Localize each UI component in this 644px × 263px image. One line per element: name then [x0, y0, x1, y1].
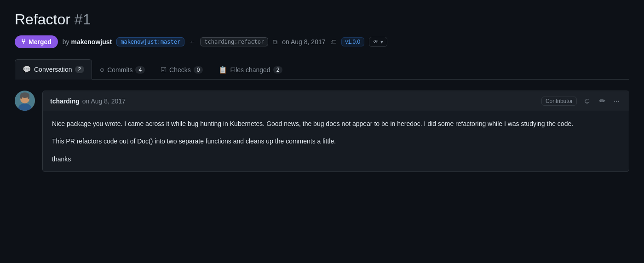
eye-icon: 👁 [373, 39, 379, 45]
tab-commits-count: 4 [135, 66, 145, 74]
tab-files-changed[interactable]: 📋 Files changed 2 [211, 59, 290, 80]
comment-paragraph-3: thanks [52, 154, 620, 164]
target-branch[interactable]: tcharding:refactor [200, 37, 268, 46]
date-text: on Aug 8, 2017 [282, 38, 325, 46]
pr-number: #1 [75, 11, 91, 28]
tab-files-label: Files changed [230, 66, 270, 74]
watch-chevron: ▾ [380, 39, 383, 45]
tab-conversation-count: 2 [75, 66, 85, 73]
tab-checks[interactable]: ☑ Checks 0 [153, 59, 211, 80]
comment-header: tcharding on Aug 8, 2017 Contributor ☺ ✏… [43, 91, 629, 111]
comment-paragraph-1: Nice package you wrote. I came across it… [52, 119, 620, 129]
watch-button[interactable]: 👁 ▾ [369, 37, 387, 47]
copy-icon[interactable]: ⧉ [273, 38, 277, 46]
date-prefix: on [282, 38, 289, 46]
avatar-illustration [15, 91, 35, 111]
pr-title-text: Refactor [15, 11, 70, 28]
pr-tabs: 💬 Conversation 2 ⊙ Commits 4 ☑ Checks 0 … [15, 59, 629, 80]
pr-tag[interactable]: v1.0.0 [341, 37, 365, 46]
comment-body: Nice package you wrote. I came across it… [43, 111, 629, 172]
pr-date: Aug 8, 2017 [291, 38, 326, 46]
comment-paragraph-2: This PR refactors code out of Doc() into… [52, 136, 620, 146]
pr-meta-row: ⑂ Merged by makenowjust makenowjust:mast… [15, 35, 629, 48]
tab-conversation-label: Conversation [34, 66, 72, 73]
tab-checks-count: 0 [194, 66, 203, 74]
checks-icon: ☑ [161, 66, 167, 74]
merged-label: Merged [29, 38, 52, 46]
edit-comment-button[interactable]: ✏ [598, 96, 607, 106]
comment-header-left: tcharding on Aug 8, 2017 [50, 97, 126, 105]
merge-icon: ⑂ [21, 38, 26, 46]
by-text: by [63, 38, 69, 46]
tab-files-count: 2 [273, 66, 283, 74]
pr-author-line: by makenowjust [63, 38, 112, 46]
comment-author[interactable]: tcharding [50, 97, 80, 105]
tab-conversation[interactable]: 💬 Conversation 2 [15, 59, 92, 80]
svg-rect-4 [20, 95, 22, 99]
pr-author: makenowjust [71, 38, 112, 46]
pr-title: Refactor #1 [15, 11, 629, 28]
source-branch[interactable]: makenowjust:master [116, 37, 184, 46]
arrow-icon: ← [189, 38, 196, 46]
emoji-reaction-button[interactable]: ☺ [581, 96, 592, 106]
tab-commits-label: Commits [107, 66, 132, 74]
tab-checks-label: Checks [169, 66, 191, 74]
comment-header-right: Contributor ☺ ✏ ··· [541, 96, 621, 106]
comment-box: tcharding on Aug 8, 2017 Contributor ☺ ✏… [42, 91, 629, 172]
comment-date: on Aug 8, 2017 [82, 97, 126, 105]
tab-commits[interactable]: ⊙ Commits 4 [92, 59, 153, 80]
commits-icon: ⊙ [100, 67, 104, 73]
conversation-icon: 💬 [23, 65, 31, 74]
conversation-area: tcharding on Aug 8, 2017 Contributor ☺ ✏… [15, 80, 629, 172]
svg-rect-5 [28, 95, 29, 99]
files-icon: 📋 [218, 66, 227, 74]
tag-icon: 🏷 [330, 38, 337, 46]
contributor-badge: Contributor [541, 97, 577, 106]
merged-badge: ⑂ Merged [15, 35, 58, 48]
more-options-button[interactable]: ··· [612, 96, 621, 106]
commenter-avatar [15, 91, 35, 111]
